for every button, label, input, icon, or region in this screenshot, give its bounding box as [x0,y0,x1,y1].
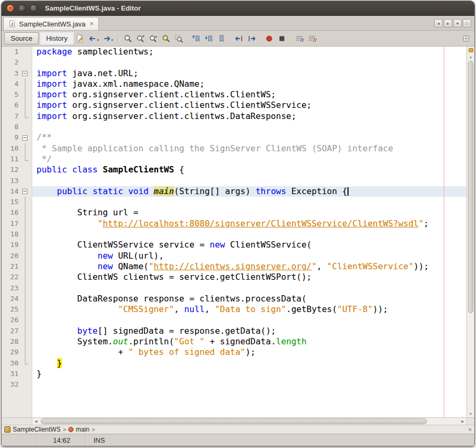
collapse-fold-icon[interactable] [22,71,28,76]
code-line[interactable]: 21 new QName("http://clientws.signserver… [2,261,466,272]
comment-icon[interactable] [294,32,306,44]
code-line[interactable]: 16 String url = [2,207,466,218]
code-segment: [] signedData = response.getData(); [98,326,276,336]
code-line[interactable]: 3import java.net.URL; [2,68,466,79]
line-number: 30 [2,358,21,369]
uncomment-icon[interactable] [306,32,318,44]
code-line[interactable]: 9/** [2,132,466,143]
code-line[interactable]: 19 ClientWSService service = new ClientW… [2,240,466,250]
code-line[interactable]: 20 new URL(url), [2,251,466,261]
line-number: 2 [2,57,21,68]
code-line[interactable]: 31} [2,369,466,379]
code-line[interactable]: 6import org.signserver.client.clientws.C… [2,100,466,111]
code-text [32,57,466,68]
fold-marker[interactable] [21,132,32,143]
code-line[interactable]: 8 [2,122,466,132]
toggle-highlight-icon[interactable] [160,32,172,44]
source-view-button[interactable]: Source [4,32,39,44]
select-in-icon[interactable] [173,32,185,44]
next-bookmark-icon[interactable] [203,32,215,44]
code-line[interactable]: 4import javax.xml.namespace.QName; [2,79,466,89]
hscroll-track[interactable] [40,418,459,425]
record-macro-icon[interactable] [263,32,276,44]
vscroll-thumb[interactable] [468,61,473,313]
scroll-down-icon[interactable]: ▼ [467,410,474,417]
scrollbar-corner-right [466,418,474,425]
code-line[interactable]: 22 ClientWS clientws = service.getClient… [2,272,466,282]
minimize-window-icon[interactable]: − [18,4,26,12]
horizontal-scrollbar[interactable]: ◀ ▶ [32,418,466,425]
tabs-dropdown-icon[interactable]: ▾ [453,19,462,28]
back-dropdown-icon[interactable]: ▾ [97,38,99,42]
breadcrumb-class[interactable]: SampleClientWS [13,426,61,433]
find-previous-icon[interactable] [148,32,160,44]
toolbar-options-icon[interactable] [460,32,472,44]
insert-mode-indicator[interactable]: INS [86,434,113,446]
history-view-button[interactable]: History [40,32,73,44]
code-line[interactable]: 15 [2,197,466,207]
shift-right-icon[interactable] [246,32,258,44]
code-line[interactable]: 25 "CMSSigner", null, "Data to sign".get… [2,304,466,315]
hscroll-thumb[interactable] [41,418,427,424]
fold-marker [21,294,32,304]
find-selection-icon[interactable] [122,32,134,44]
code-line[interactable]: 11 */ [2,154,466,164]
stop-macro-icon[interactable] [276,32,288,44]
code-line[interactable]: 28 System.out.println("Got " + signedDat… [2,336,466,347]
code-line[interactable]: 17 "http://localhost:8080/signserver/Cli… [2,218,466,229]
caret-position: 14:62 [38,434,86,446]
scroll-left-icon[interactable]: ◀ [32,418,40,425]
code-text [32,379,466,390]
tab-close-icon[interactable]: × [90,20,94,28]
code-line[interactable]: 32 [2,379,466,390]
code-editor[interactable]: 1package sampleclientws;23import java.ne… [2,47,466,417]
code-line[interactable]: 5import org.signserver.client.clientws.C… [2,89,466,100]
code-line[interactable]: 12public class SampleClientWS { [2,164,466,175]
line-number: 18 [2,229,21,240]
line-number: 19 [2,240,21,250]
code-line[interactable]: 2 [2,57,466,68]
code-line[interactable]: 18 [2,229,466,240]
close-window-icon[interactable]: × [6,4,14,12]
code-line[interactable]: 26 [2,315,466,325]
tab-sampleclientws[interactable]: J SampleClientWS.java × [3,17,99,30]
code-segment: public [57,186,88,196]
code-segment: " [312,261,317,271]
tabs-scroll-right-icon[interactable]: ▸ [444,19,452,28]
fold-marker[interactable] [21,186,32,197]
code-line[interactable]: 7import org.signserver.client.clientws.D… [2,111,466,122]
toggle-bookmark-icon[interactable] [216,32,228,44]
breadcrumb-method[interactable]: main [76,426,89,433]
previous-bookmark-icon[interactable] [190,32,203,44]
last-edited-icon[interactable] [74,32,86,44]
code-line[interactable]: 30 } [2,358,466,369]
shift-left-icon[interactable] [233,32,245,44]
forward-dropdown-icon[interactable]: ▾ [111,38,113,42]
collapse-fold-icon[interactable] [22,135,28,141]
maximize-window-icon[interactable]: □ [30,4,38,12]
tabs-maximize-icon[interactable]: □ [463,19,471,28]
collapse-fold-icon[interactable] [22,189,28,194]
fold-marker[interactable] [21,68,32,79]
code-segment: SampleClientWS [103,164,174,175]
code-line[interactable]: 14 public static void main(String[] args… [2,186,466,197]
code-line[interactable]: 23 [2,283,466,294]
tabs-scroll-left-icon[interactable]: ◂ [434,19,443,28]
tab-nav-buttons: ◂ ▸ ▾ □ [434,19,471,28]
vertical-scrollbar[interactable]: ▲ ▼ [466,47,474,417]
code-line[interactable]: 29 + " bytes of signed data"); [2,347,466,358]
line-number: 22 [2,272,21,282]
find-next-icon[interactable] [135,32,147,44]
code-segment [123,186,129,196]
code-line[interactable]: 10 * Sample application calling the Sign… [2,143,466,154]
scroll-up-icon[interactable]: ▲ [467,53,474,60]
vscroll-track[interactable] [467,60,474,410]
code-line[interactable]: 13 [2,176,466,186]
scroll-right-icon[interactable]: ▶ [459,418,466,425]
code-segment: .getBytes( [286,304,337,314]
breadcrumb-close-icon[interactable]: × [469,426,472,433]
code-text [32,229,466,240]
code-line[interactable]: 24 DataResponse response = clientws.proc… [2,294,466,304]
code-line[interactable]: 27 byte[] signedData = response.getData(… [2,326,466,336]
code-line[interactable]: 1package sampleclientws; [2,47,466,57]
